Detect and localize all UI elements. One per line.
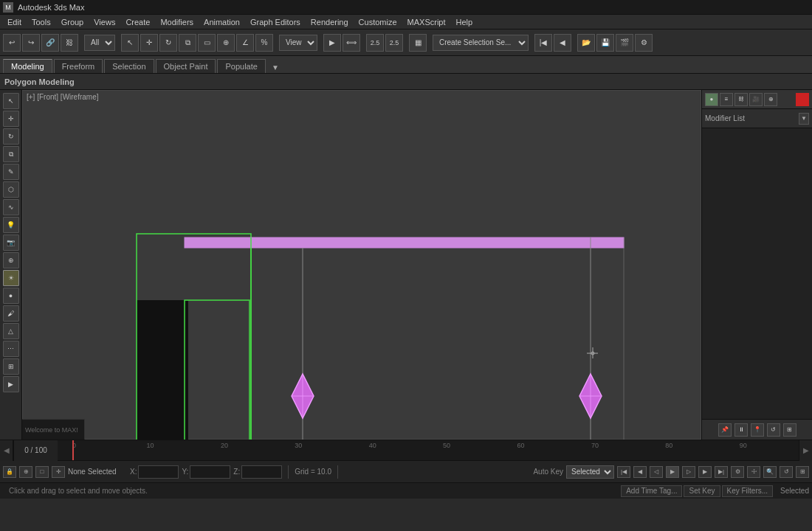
lt-shapes[interactable]: ⬡ xyxy=(3,181,19,198)
toolbar-align[interactable]: ▦ xyxy=(409,34,427,52)
tab-modeling[interactable]: Modeling xyxy=(3,59,52,73)
toolbar-redo[interactable]: ↪ xyxy=(22,34,40,52)
modifier-list-dropdown[interactable]: ▼ xyxy=(799,113,809,125)
toolbar-undo[interactable]: ↩ xyxy=(3,34,21,52)
menu-group[interactable]: Group xyxy=(57,16,89,28)
toolbar-mirror[interactable]: ⟺ xyxy=(343,34,360,52)
rp-icon-sphere[interactable]: ● xyxy=(705,93,718,106)
mb-icon-pin2[interactable]: 📍 xyxy=(751,423,764,437)
lt-systems[interactable]: ☀ xyxy=(3,270,19,286)
lt-spline[interactable]: ∿ xyxy=(3,199,19,215)
toolbar-snap[interactable]: ⊕ xyxy=(217,34,235,52)
set-key-btn[interactable]: Set Key xyxy=(684,485,720,497)
add-time-tag-btn[interactable]: Add Time Tag... xyxy=(621,485,682,497)
lt-expand[interactable]: ▶ xyxy=(3,376,19,392)
toolbar-rect-select[interactable]: ▭ xyxy=(198,34,216,52)
toolbar-open[interactable]: 📂 xyxy=(577,34,595,52)
tab-extra-btn[interactable]: ▼ xyxy=(272,63,279,72)
tab-selection[interactable]: Selection xyxy=(104,59,154,73)
viewport[interactable]: [+] [Front] [Wireframe] xyxy=(22,90,701,440)
status-select-filter[interactable]: □ xyxy=(35,466,49,478)
rp-icon-helper[interactable]: ⊕ xyxy=(764,93,777,106)
coord-z-input[interactable] xyxy=(241,465,282,479)
toolbar-view-dropdown[interactable]: View xyxy=(279,35,317,51)
lt-cloth[interactable]: ⋯ xyxy=(3,341,19,357)
lt-paint[interactable]: 🖌 xyxy=(3,305,19,322)
toolbar-render-preview[interactable]: ▶ xyxy=(323,34,341,52)
lt-terrain[interactable]: △ xyxy=(3,323,19,339)
key-filters-btn[interactable]: Key Filters... xyxy=(722,485,774,497)
play-btn[interactable]: ▶ xyxy=(666,466,679,478)
tab-object-paint[interactable]: Object Paint xyxy=(156,59,216,73)
toolbar-num2[interactable]: 2.5 xyxy=(385,34,403,52)
menu-help[interactable]: Help xyxy=(452,16,478,28)
play-next-frame[interactable]: ▶ xyxy=(698,466,712,478)
nav-orbit[interactable]: ↺ xyxy=(780,466,793,478)
nav-maximize[interactable]: ⊞ xyxy=(796,466,809,478)
toolbar-nav2[interactable]: ◀ xyxy=(554,34,571,52)
play-prev-frame[interactable]: ◀ xyxy=(633,466,647,478)
menu-maxscript[interactable]: MAXScript xyxy=(403,16,450,28)
timeline-right-btn[interactable]: ▶ xyxy=(799,440,812,461)
lt-cameras[interactable]: 📷 xyxy=(3,235,19,251)
lt-select[interactable]: ↖ xyxy=(3,93,19,109)
menu-rendering[interactable]: Rendering xyxy=(306,16,353,28)
toolbar-angle-snap[interactable]: ∠ xyxy=(236,34,254,52)
toolbar-nav1[interactable]: |◀ xyxy=(534,34,552,52)
lt-scale[interactable]: ⧉ xyxy=(3,146,19,162)
play-next-key[interactable]: ▷ xyxy=(682,466,695,478)
mb-icon-pause[interactable]: ⏸ xyxy=(734,423,748,437)
toolbar-save[interactable]: 💾 xyxy=(596,34,614,52)
status-move-icon[interactable]: ✛ xyxy=(52,466,65,478)
lt-move[interactable]: ✛ xyxy=(3,111,19,127)
menu-customize[interactable]: Customize xyxy=(354,16,402,28)
mb-icon-refresh[interactable]: ↺ xyxy=(767,423,780,437)
toolbar-move[interactable]: ✛ xyxy=(140,34,158,52)
toolbar-percent-snap[interactable]: % xyxy=(255,34,273,52)
toolbar-link[interactable]: 🔗 xyxy=(41,34,59,52)
autokey-selected-dropdown[interactable]: Selected xyxy=(566,465,614,479)
lt-lights[interactable]: 💡 xyxy=(3,217,19,233)
toolbar-filter-dropdown[interactable]: All xyxy=(84,35,115,51)
rp-icon-layers[interactable]: ≡ xyxy=(720,93,733,106)
toolbar-unlink[interactable]: ⛓ xyxy=(61,34,78,52)
lt-helpers[interactable]: ⊕ xyxy=(3,252,19,268)
lt-rotate[interactable]: ↻ xyxy=(3,128,19,145)
tab-populate[interactable]: Populate xyxy=(217,59,265,73)
menu-animation[interactable]: Animation xyxy=(199,16,244,28)
play-time-config[interactable]: ⚙ xyxy=(731,466,744,478)
toolbar-rotate[interactable]: ↻ xyxy=(159,34,177,52)
coord-x-input[interactable] xyxy=(138,465,179,479)
play-prev-key[interactable]: ◁ xyxy=(650,466,663,478)
play-last-frame[interactable]: ▶| xyxy=(715,466,728,478)
status-magnet-icon[interactable]: ⊕ xyxy=(19,466,32,478)
toolbar-num1[interactable]: 2.5 xyxy=(366,34,384,52)
menu-create[interactable]: Create xyxy=(121,16,154,28)
nav-pan[interactable]: ☩ xyxy=(747,466,760,478)
color-swatch[interactable] xyxy=(796,93,809,106)
rp-icon-camera[interactable]: 🎥 xyxy=(749,93,763,106)
tab-freeform[interactable]: Freeform xyxy=(54,59,103,73)
coord-y-input[interactable] xyxy=(190,465,230,479)
toolbar-select[interactable]: ↖ xyxy=(121,34,139,52)
menu-graph-editors[interactable]: Graph Editors xyxy=(246,16,305,28)
toolbar-scale[interactable]: ⧉ xyxy=(179,34,196,52)
timeline-track[interactable]: 0 10 20 30 40 50 60 70 80 90 xyxy=(58,440,799,460)
menu-tools[interactable]: Tools xyxy=(27,16,55,28)
toolbar-settings[interactable]: ⚙ xyxy=(635,34,653,52)
toolbar-render[interactable]: 🎬 xyxy=(616,34,633,52)
mb-icon-grid[interactable]: ⊞ xyxy=(783,423,796,437)
play-first-frame[interactable]: |◀ xyxy=(617,466,630,478)
lt-effects[interactable]: ● xyxy=(3,288,19,304)
status-lock-icon[interactable]: 🔒 xyxy=(3,466,16,478)
rp-icon-link[interactable]: ⛓ xyxy=(734,93,748,106)
timeline-left-btn[interactable]: ◀ xyxy=(0,440,13,461)
menu-edit[interactable]: Edit xyxy=(3,16,26,28)
nav-zoom[interactable]: 🔍 xyxy=(763,466,777,478)
toolbar-create-selection-dropdown[interactable]: Create Selection Se... xyxy=(433,35,529,51)
lt-create[interactable]: ✎ xyxy=(3,164,19,180)
mb-icon-pin[interactable]: 📌 xyxy=(718,423,732,437)
menu-views[interactable]: Views xyxy=(89,16,120,28)
lt-extra[interactable]: ⊞ xyxy=(3,358,19,375)
menu-modifiers[interactable]: Modifiers xyxy=(156,16,198,28)
